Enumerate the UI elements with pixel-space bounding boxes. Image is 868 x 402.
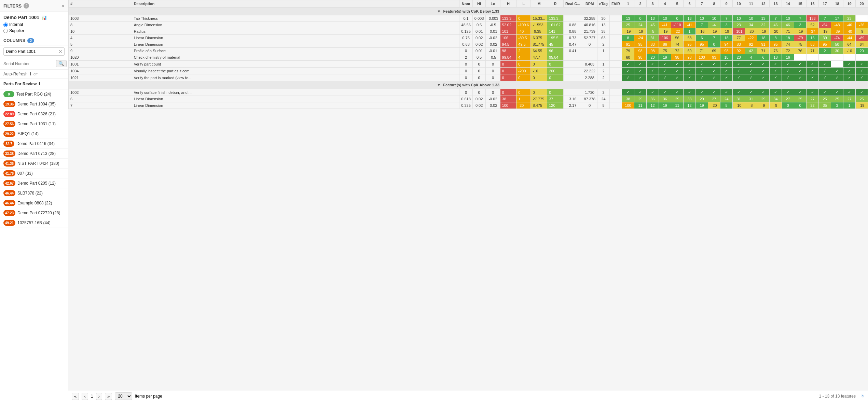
col-header-12[interactable]: 12 [757,0,770,8]
parts-list-item[interactable]: 0 Test Part RGC (24) [0,89,68,99]
col-header-9[interactable]: 9 [720,0,733,8]
col-header-16[interactable]: 16 [807,0,819,8]
cell-Hi: 0 [472,74,486,81]
search-clear-icon[interactable]: ✕ [57,49,64,54]
parts-list-item[interactable]: 29.22 FJEQ1 (14) [0,129,68,139]
col-header-Description[interactable]: Description [132,0,459,8]
sample-col-12: ✓ [757,89,770,96]
refresh-icon[interactable]: ↻ [861,394,865,399]
parts-list-item[interactable]: 33.38 Demo Part 0713 (28) [0,149,68,159]
sample-col-2: 29 [634,96,647,102]
next-page-button[interactable]: › [96,393,102,400]
sample-col-19: -44 [843,35,856,41]
autorefresh-help-icon[interactable]: ℹ [30,72,31,76]
first-page-button[interactable]: « [72,393,79,400]
sidebar-collapse-button[interactable]: « [61,3,65,9]
col-header-L[interactable]: L [516,0,531,8]
cell-Description: Visually inspect the part as it com... [132,68,459,74]
col-header-11[interactable]: 11 [745,0,757,8]
col-header-14[interactable]: 14 [782,0,794,8]
cell-FAIR [609,102,622,109]
col-header-15[interactable]: 15 [794,0,807,8]
cell-L: 4 [516,54,531,61]
sample-col-17: 25 [819,96,831,102]
col-header-4[interactable]: 4 [659,0,671,8]
col-header-H[interactable]: H [500,0,516,8]
section-collapse-icon[interactable]: ▼ [437,9,442,13]
cell-FAIR [609,68,622,74]
last-page-button[interactable]: » [105,393,112,400]
columns-label: COLUMNS [3,38,25,43]
cell-FAIR [609,61,622,68]
serial-number-input[interactable] [3,61,55,66]
sample-col-1: ✓ [622,68,634,74]
sample-col-3: 36 [647,96,659,102]
col-header-#[interactable]: # [69,0,132,8]
prev-page-button[interactable]: ‹ [82,393,88,400]
columns-section[interactable]: COLUMNS 2 [0,36,68,45]
parts-list-item[interactable]: 41.36 NIST PART 0424 (180) [0,159,68,169]
sample-col-8: 93 [708,54,720,61]
per-page-select[interactable]: 20 50 100 [115,392,132,400]
sample-col-7: ✓ [696,74,708,81]
col-header-2[interactable]: 2 [634,0,647,8]
parts-list-item[interactable]: 47.23 Demo Part 072720 (28) [0,208,68,218]
parts-list-item[interactable]: 42.67 Demo Part 0205 (12) [0,178,68,188]
parts-list-item[interactable]: 27.56 Demo Part 1031 (11) [0,119,68,129]
internal-radio[interactable]: Internal [3,22,65,27]
section-collapse-icon[interactable]: ▼ [437,83,442,87]
part-search-input[interactable] [4,48,57,55]
col-header-17[interactable]: 17 [819,0,831,8]
cell-Nom: 0.125 [459,28,473,35]
col-header-13[interactable]: 13 [770,0,782,8]
col-header-8[interactable]: 8 [708,0,720,8]
parts-list-item[interactable]: 46.44 Example 0808 (22) [0,198,68,208]
sample-col-7: 29 [696,96,708,102]
parts-list-item[interactable]: 41.76 007 (33) [0,169,68,178]
parts-list-item[interactable]: 46.44 SLB7878 (22) [0,188,68,198]
col-header-eTag[interactable]: eTag [597,0,609,8]
cell-Nom: 0 [459,68,473,74]
sample-col-11: ✓ [745,89,757,96]
col-header-5[interactable]: 5 [671,0,684,8]
filters-help-icon[interactable]: ? [24,3,29,9]
col-header-Lo[interactable]: Lo [486,0,500,8]
serial-search-button[interactable]: 🔍 [56,60,67,67]
autorefresh-toggle[interactable]: off [33,72,38,76]
cell-L: -109.6 [516,22,531,28]
table-wrapper[interactable]: #DescriptionNomHiLoHLMRReal C...DPMeTagF… [68,0,868,390]
col-header-10[interactable]: 10 [733,0,745,8]
col-header-19[interactable]: 19 [843,0,856,8]
col-header-FAIR[interactable]: FAIR [609,0,622,8]
supplier-radio[interactable]: Supplier [3,28,65,33]
col-header-3[interactable]: 3 [647,0,659,8]
table-row: 1021Verify the part is marked (view fe..… [69,74,868,81]
part-badge: 41.76 [3,170,15,176]
col-header-DPM[interactable]: DPM [582,0,597,8]
sample-col-20: 20 [856,48,868,54]
parts-list-item[interactable]: 22.89 Demo Part 0326 (21) [0,109,68,119]
parts-list-item[interactable]: 49.21 1025757-16B (44) [0,218,68,228]
chart-icon[interactable]: 📊 [41,15,47,20]
sample-col-15: 0 [794,102,807,109]
col-header-7[interactable]: 7 [696,0,708,8]
parts-list-item[interactable]: 19.36 Demo Part 1004 (35) [0,99,68,109]
col-header-Hi[interactable]: Hi [472,0,486,8]
parts-help-icon[interactable]: ℹ [39,82,40,86]
cell-Lo: 0 [486,89,500,96]
sample-col-17: ✓ [819,68,831,74]
sample-col-4: 19 [659,54,671,61]
cell-Description: Profile of a Surface [132,48,459,54]
col-header-Nom[interactable]: Nom [459,0,473,8]
parts-list-item[interactable]: 32.7 Demo Part 0416 (34) [0,139,68,149]
col-header-M[interactable]: M [531,0,547,8]
col-header-1[interactable]: 1 [622,0,634,8]
col-header-6[interactable]: 6 [684,0,696,8]
sample-col-19: ✓ [843,74,856,81]
col-header-R[interactable]: R [547,0,564,8]
col-header-Real C...[interactable]: Real C... [563,0,582,8]
col-header-20[interactable]: 20 [856,0,868,8]
col-header-18[interactable]: 18 [831,0,843,8]
sample-col-5: 56 [671,35,684,41]
part-name: Demo Part 1004 (35) [17,102,56,106]
